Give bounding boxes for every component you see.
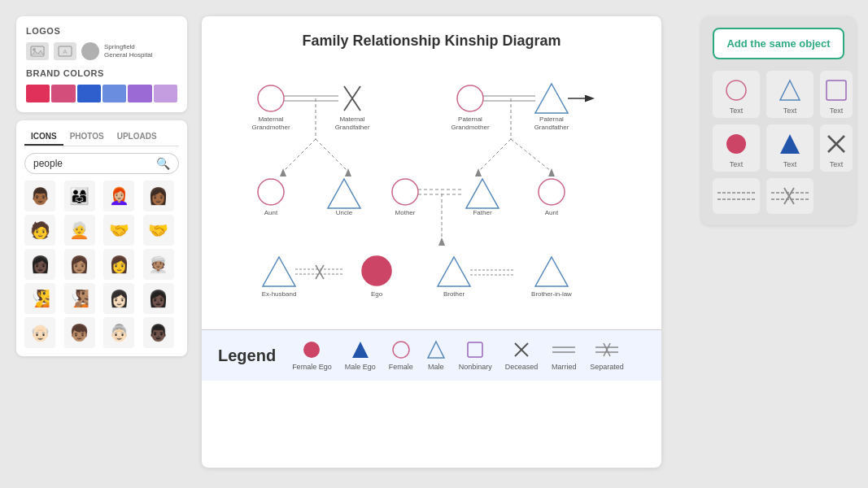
svg-marker-47 [263,257,295,286]
shape-label: Text [730,160,744,168]
svg-line-24 [283,139,316,172]
shape-cell-circle-outline[interactable]: Text [713,71,760,118]
svg-marker-59 [535,257,568,286]
svg-text:Ego: Ego [371,290,383,298]
legend-item-female-ego: Female Ego [292,340,332,371]
color-swatch-2 [51,85,75,102]
search-input[interactable] [33,158,156,169]
svg-text:Ex-husband: Ex-husband [262,290,297,298]
list-item[interactable]: 👨🏾 [24,181,55,211]
list-item[interactable]: 👵🏻 [103,317,134,348]
legend-label: Male [428,363,444,371]
legend-label: Nonbinary [459,363,492,371]
icons-card: ICONS PHOTOS UPLOADS 🔍 👨🏾 👨‍👩‍👧 👩🏼‍🦰 👩🏾 … [16,120,187,356]
svg-point-37 [392,179,418,205]
svg-text:Aunt: Aunt [264,209,278,216]
list-item[interactable]: 🧏 [24,283,55,314]
svg-text:Brother: Brother [443,290,465,298]
search-row: 🔍 [24,153,179,174]
legend-area: Legend Female Ego Male Ego Female Male [202,329,661,381]
logo-avatar [81,42,99,60]
list-item[interactable]: 👩🏼‍🦰 [103,181,134,211]
main-canvas: Family Relationship Kinship Diagram Mate… [202,16,661,468]
color-swatch-6 [154,85,177,102]
svg-marker-75 [780,81,800,100]
svg-point-61 [303,342,320,358]
legend-item-separated: Separated [590,340,624,371]
list-item[interactable]: 🤝 [143,215,174,246]
shape-cell-circle-filled[interactable]: Text [713,124,760,172]
search-icon: 🔍 [156,157,170,170]
shape-label: Text [783,107,797,115]
tab-photos[interactable]: PHOTOS [63,129,111,146]
logos-row: A SpringfieldGeneral Hospital [26,42,177,60]
shape-label: Text [830,107,844,115]
shape-label: Text [783,160,797,168]
svg-marker-18 [535,84,568,113]
svg-point-13 [457,85,483,111]
kinship-diagram: Maternal Grandmother Maternal Grandfathe… [218,66,641,310]
svg-point-1 [33,48,36,51]
svg-point-77 [726,134,746,154]
svg-point-33 [258,179,284,205]
shape-label: Text [730,107,744,115]
list-item[interactable]: 🧏🏽 [64,283,95,314]
list-item[interactable]: 👩 [103,249,134,280]
list-item[interactable]: 👳🏽 [143,249,174,280]
list-item[interactable]: 👦🏽 [64,317,95,348]
list-item[interactable]: 👴🏻 [24,317,55,348]
svg-text:Paternal: Paternal [458,115,482,123]
brand-colors-row [26,85,177,102]
svg-text:Grandfather: Grandfather [534,124,569,131]
shape-cell-triangle-outline[interactable]: Text [766,71,813,118]
legend-label: Female [389,363,413,371]
svg-point-4 [258,85,284,111]
list-item[interactable]: 🧑‍🦳 [64,215,95,246]
icons-grid: 👨🏾 👨‍👩‍👧 👩🏼‍🦰 👩🏾 🧑 🧑‍🦳 🤝 🤝 👩🏿 👩🏽 👩 👳🏽 🧏 … [24,181,179,348]
list-item[interactable]: 👩🏽 [64,249,95,280]
shape-cell-triangle-filled[interactable]: Text [766,124,813,172]
svg-point-74 [726,81,746,100]
shape-cell-double-line[interactable] [713,178,760,214]
tab-uploads[interactable]: UPLOADS [111,129,164,146]
left-panel: LOGOS A SpringfieldGeneral Hospital BRAN… [16,16,187,356]
svg-point-43 [539,179,565,205]
list-item[interactable]: 👩🏻 [103,283,134,314]
svg-text:Maternal: Maternal [258,115,283,123]
logo-icon-1 [26,42,49,60]
svg-text:Mother: Mother [395,209,416,216]
shape-cell-double-line-cross[interactable] [766,178,813,214]
color-swatch-1 [26,85,50,102]
svg-line-25 [316,139,348,172]
list-item[interactable]: 🧑 [24,215,55,246]
color-swatch-3 [77,85,101,102]
add-same-object-button[interactable]: Add the same object [713,28,844,59]
svg-text:A: A [63,48,68,55]
svg-text:Grandmother: Grandmother [451,124,489,131]
legend-items: Female Ego Male Ego Female Male Nonbinar… [292,340,624,371]
svg-marker-78 [780,134,800,154]
tab-icons[interactable]: ICONS [24,129,63,146]
icon-tabs: ICONS PHOTOS UPLOADS [24,129,179,146]
legend-item-female: Female [389,340,413,371]
list-item[interactable]: 👨‍👩‍👧 [64,181,95,211]
svg-marker-46 [438,237,445,246]
list-item[interactable]: 🤝 [103,215,134,246]
legend-label: Deceased [505,363,539,371]
list-item[interactable]: 👩🏾 [143,181,174,211]
svg-point-53 [362,256,391,285]
legend-label: Male Ego [345,363,376,371]
color-swatch-5 [128,85,151,102]
list-item[interactable]: 👩🏿 [24,249,55,280]
right-panel: Add the same object Text Text Text Text … [701,16,856,225]
shape-cell-x-mark[interactable]: Text [820,124,853,172]
brand-colors-title: BRAND COLORS [26,68,177,78]
list-item[interactable]: 👨🏿 [143,317,174,348]
legend-item-male-ego: Male Ego [345,340,376,371]
svg-marker-32 [548,168,555,176]
shape-cell-square-outline[interactable]: Text [820,71,853,118]
svg-marker-35 [328,179,360,208]
svg-text:Aunt: Aunt [545,209,559,216]
list-item[interactable]: 👩🏿 [143,283,174,314]
svg-text:Grandfather: Grandfather [335,124,370,131]
